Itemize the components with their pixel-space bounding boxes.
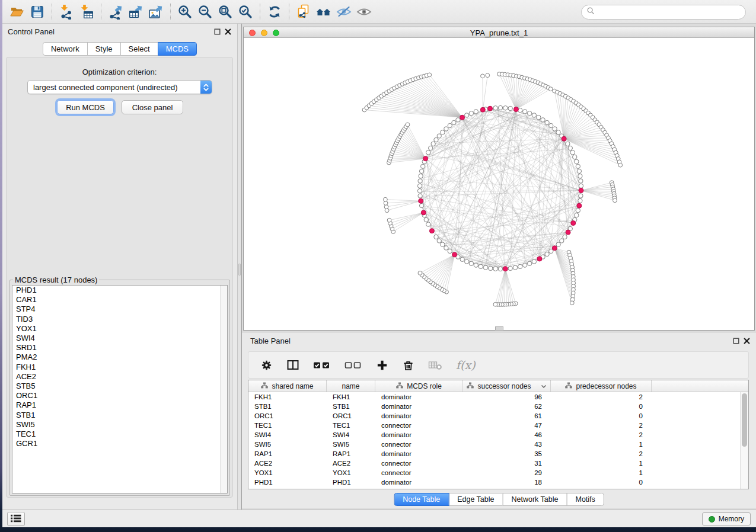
- tab-motifs[interactable]: Motifs: [566, 493, 604, 506]
- network-window-titlebar[interactable]: YPA_prune.txt_1: [244, 27, 754, 38]
- mcds-result-title: MCDS result (17 nodes): [13, 275, 99, 284]
- zoom-selected-icon[interactable]: [235, 2, 256, 21]
- unselect-all-checkboxes-icon[interactable]: [344, 358, 362, 371]
- table-row[interactable]: STB1STB1dominator620: [248, 402, 740, 411]
- mcds-result-item[interactable]: SWI4: [12, 334, 227, 343]
- tab-network-table[interactable]: Network Table: [503, 493, 567, 506]
- open-file-icon[interactable]: [7, 2, 27, 21]
- close-panel-button[interactable]: Close panel: [122, 100, 183, 114]
- control-panel-tabs: NetworkStyleSelectMCDS: [2, 42, 237, 56]
- close-panel-icon[interactable]: [224, 28, 232, 36]
- run-mcds-button[interactable]: Run MCDS: [57, 100, 114, 114]
- table-row[interactable]: YOX1YOX1connector291: [248, 468, 740, 477]
- control-panel-titlebar: Control Panel: [2, 24, 237, 39]
- table-row[interactable]: PHD1PHD1dominator180: [248, 477, 740, 487]
- zoom-fit-icon[interactable]: [215, 2, 235, 21]
- refresh-icon[interactable]: [264, 2, 285, 21]
- table-cell-shared-name: PHD1: [248, 479, 327, 486]
- close-table-panel-icon[interactable]: [743, 337, 751, 345]
- mcds-result-item[interactable]: TID3: [12, 315, 227, 324]
- mcds-result-item[interactable]: GCR1: [12, 439, 227, 448]
- tab-node-table[interactable]: Node Table: [394, 493, 449, 506]
- search-input[interactable]: [595, 8, 745, 17]
- mcds-result-item[interactable]: STB5: [12, 382, 227, 391]
- zoom-out-icon[interactable]: [195, 2, 215, 21]
- column-header-predecessor-nodes[interactable]: predecessor nodes: [551, 380, 652, 392]
- mcds-result-item[interactable]: STP4: [12, 305, 227, 314]
- tab-select[interactable]: Select: [120, 42, 158, 56]
- table-row[interactable]: ORC1ORC1dominator610: [248, 411, 740, 421]
- optimization-criterion-select[interactable]: largest connected component (undirected): [27, 80, 212, 94]
- mcds-result-item[interactable]: PMA2: [12, 352, 227, 362]
- table-panel-title: Table Panel: [250, 336, 291, 345]
- zoom-in-icon[interactable]: [175, 2, 195, 21]
- export-network-icon[interactable]: [106, 2, 126, 21]
- mcds-result-item[interactable]: SWI5: [12, 420, 227, 430]
- mcds-result-item[interactable]: SRD1: [12, 343, 227, 352]
- panel-splitter[interactable]: [237, 24, 242, 509]
- table-cell-name: SWI4: [327, 431, 375, 438]
- save-session-icon[interactable]: [27, 2, 47, 21]
- result-list-scrollbar[interactable]: [220, 286, 227, 493]
- tab-network[interactable]: Network: [43, 42, 88, 56]
- table-scrollbar[interactable]: [740, 392, 748, 489]
- table-cell-mcds-role: dominator: [375, 479, 463, 486]
- gear-icon[interactable]: [260, 359, 273, 371]
- table-cell-predecessor-nodes: 2: [551, 393, 652, 400]
- table-cell-successor-nodes: 47: [463, 422, 551, 429]
- delete-icon[interactable]: [402, 359, 414, 371]
- new-network-from-selection-icon[interactable]: [294, 2, 314, 21]
- search-box[interactable]: [581, 5, 746, 20]
- export-table-icon[interactable]: [126, 2, 146, 21]
- columns-icon[interactable]: [286, 358, 299, 371]
- column-header-successor-nodes[interactable]: successor nodes: [463, 380, 551, 392]
- memory-label: Memory: [719, 515, 744, 523]
- splitter-grip[interactable]: [238, 264, 241, 275]
- app-window: Control Panel NetworkStyleSelectMCDS Opt…: [2, 0, 756, 527]
- mcds-result-item[interactable]: STB1: [12, 411, 227, 420]
- tab-edge-table[interactable]: Edge Table: [448, 493, 503, 506]
- mcds-result-item[interactable]: ACE2: [12, 372, 227, 382]
- table-cell-name: ACE2: [327, 460, 375, 467]
- task-history-button[interactable]: [7, 512, 25, 526]
- mcds-result-item[interactable]: PHD1: [12, 286, 227, 295]
- table-cell-successor-nodes: 96: [463, 393, 551, 400]
- export-image-icon[interactable]: [146, 2, 166, 21]
- mcds-result-item[interactable]: TEC1: [12, 430, 227, 439]
- float-panel-icon[interactable]: [213, 28, 221, 36]
- import-table-icon[interactable]: [76, 2, 97, 21]
- first-neighbors-icon[interactable]: [314, 2, 334, 21]
- mcds-result-item[interactable]: ORC1: [12, 391, 227, 400]
- table-row[interactable]: ACE2ACE2connector311: [248, 459, 740, 468]
- mcds-result-item[interactable]: FKH1: [12, 363, 227, 372]
- table-row[interactable]: SWI4SWI4dominator462: [248, 430, 740, 440]
- table-row[interactable]: SWI5SWI5connector431: [248, 440, 740, 449]
- desktop-background: Control Panel NetworkStyleSelectMCDS Opt…: [0, 0, 756, 532]
- network-canvas[interactable]: [244, 38, 754, 330]
- show-all-icon[interactable]: [354, 2, 374, 21]
- network-frame-resize-grip[interactable]: [495, 326, 503, 331]
- network-graph[interactable]: [244, 38, 754, 330]
- column-header-name[interactable]: name: [327, 380, 375, 392]
- table-row[interactable]: TEC1TEC1connector472: [248, 421, 740, 430]
- memory-button[interactable]: Memory: [702, 512, 751, 525]
- network-window-title: YPA_prune.txt_1: [244, 28, 754, 37]
- table-toolbar: f(x): [248, 351, 749, 379]
- table-row[interactable]: FKH1FKH1dominator962: [248, 392, 740, 402]
- add-icon[interactable]: [376, 359, 388, 371]
- mcds-result-item[interactable]: CAR1: [12, 295, 227, 305]
- mcds-result-item[interactable]: RAP1: [12, 400, 227, 410]
- mcds-result-item[interactable]: YOX1: [12, 324, 227, 334]
- table-row[interactable]: RAP1RAP1dominator352: [248, 449, 740, 459]
- float-table-panel-icon[interactable]: [732, 337, 740, 345]
- mcds-panel: Optimization criterion: largest connecte…: [6, 57, 233, 498]
- tab-style[interactable]: Style: [87, 42, 121, 56]
- column-header-shared-name[interactable]: shared name: [248, 380, 327, 392]
- toolbar-separator: [170, 4, 171, 20]
- import-network-icon[interactable]: [56, 2, 76, 21]
- select-all-checkboxes-icon[interactable]: [313, 358, 331, 371]
- column-header-mcds-role[interactable]: MCDS role: [375, 380, 463, 392]
- table-scrollbar-thumb[interactable]: [742, 393, 747, 447]
- tab-mcds[interactable]: MCDS: [158, 42, 197, 56]
- hide-selection-icon[interactable]: [334, 2, 354, 21]
